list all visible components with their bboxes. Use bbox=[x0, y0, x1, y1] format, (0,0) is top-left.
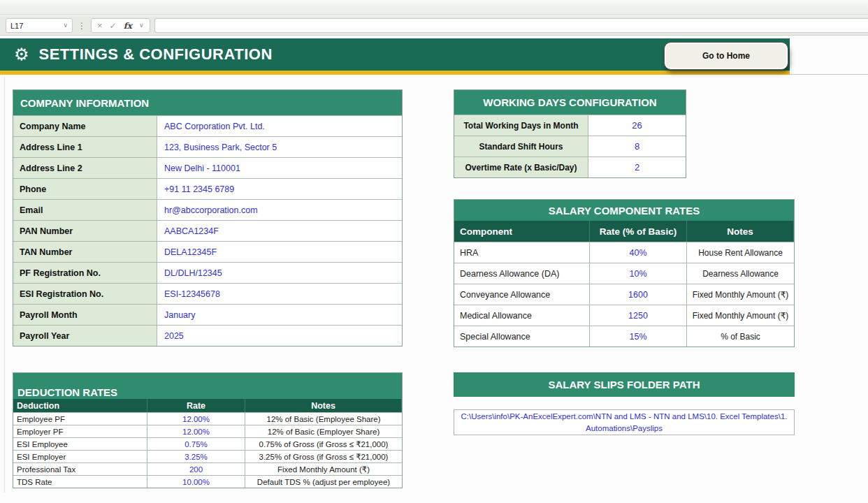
gridline bbox=[4, 77, 5, 493]
row-label: PAN Number bbox=[13, 221, 157, 241]
row-value-cell[interactable]: 2025 bbox=[157, 326, 402, 346]
rate-cell[interactable]: 40% bbox=[590, 242, 687, 263]
table-body: HRA 40% House Rent Allowance Dearness Al… bbox=[454, 242, 794, 347]
notes-cell: Fixed Monthly Amount (₹) bbox=[687, 305, 794, 326]
rate-cell[interactable]: 10.00% bbox=[147, 476, 245, 488]
table-row: Dearness Allowance (DA) 10% Dearness All… bbox=[454, 263, 794, 284]
row-value-cell[interactable]: 2 bbox=[588, 157, 686, 177]
table-row: Address Line 2 New Delhi - 110001 bbox=[13, 157, 402, 178]
notes-cell: 3.25% of Gross (if Gross ≤ ₹21,000) bbox=[245, 451, 402, 462]
column-header: Notes bbox=[687, 221, 794, 242]
page-title: SETTINGS & CONFIGURATION bbox=[39, 45, 273, 64]
row-value-cell[interactable]: January bbox=[157, 305, 402, 325]
row-label: Overtime Rate (x Basic/Day) bbox=[454, 157, 588, 177]
rate-cell[interactable]: 15% bbox=[590, 326, 687, 347]
row-value-cell[interactable]: DL/DLH/12345 bbox=[157, 263, 402, 283]
deduction-rates-table: DEDUCTION RATES Deduction Rate Notes Emp… bbox=[13, 372, 403, 488]
column-header: Rate (% of Basic) bbox=[590, 221, 687, 242]
row-value-cell[interactable]: New Delhi - 110001 bbox=[157, 158, 402, 178]
row-label: Payroll Year bbox=[13, 326, 157, 346]
table-row: Company Name ABC Corporation Pvt. Ltd. bbox=[13, 115, 402, 136]
notes-cell: House Rent Allowance bbox=[687, 242, 794, 263]
formula-input[interactable] bbox=[154, 18, 868, 33]
table-row: TDS Rate 10.00% Default TDS % (adjust pe… bbox=[13, 475, 402, 488]
table-body: Company Name ABC Corporation Pvt. Ltd. A… bbox=[13, 115, 402, 346]
table-row: Total Working Days in Month 26 bbox=[454, 115, 686, 136]
rate-cell[interactable]: 1250 bbox=[590, 305, 687, 326]
formula-buttons: × ✓ fx ∨ bbox=[91, 18, 150, 33]
cell-reference: L17 bbox=[10, 22, 63, 30]
gridline bbox=[790, 74, 868, 75]
table-row: Email hr@abccorporation.com bbox=[13, 199, 402, 220]
column-header-row: Component Rate (% of Basic) Notes bbox=[454, 221, 794, 242]
deduction-cell: ESI Employer bbox=[13, 451, 147, 462]
salary-slips-header: SALARY SLIPS FOLDER PATH bbox=[454, 372, 795, 397]
row-label: Address Line 2 bbox=[13, 158, 157, 178]
table-row: Conveyance Allowance 1600 Fixed Monthly … bbox=[454, 284, 794, 305]
formula-bar: L17 ∨ ⋮ × ✓ fx ∨ bbox=[0, 16, 868, 36]
deduction-cell: Employer PF bbox=[13, 425, 147, 437]
row-value-cell[interactable]: 123, Business Park, Sector 5 bbox=[157, 137, 402, 157]
salary-component-rates-table: SALARY COMPONENT RATES Component Rate (%… bbox=[454, 199, 795, 347]
table-row: Overtime Rate (x Basic/Day) 2 bbox=[454, 156, 686, 177]
table-row: Payroll Year 2025 bbox=[13, 325, 402, 346]
row-label: PF Registration No. bbox=[13, 263, 157, 283]
component-cell: Conveyance Allowance bbox=[454, 284, 590, 305]
rate-cell[interactable]: 0.75% bbox=[147, 438, 245, 450]
deduction-cell: Professional Tax bbox=[13, 463, 147, 475]
table-row: Standard Shift Hours 8 bbox=[454, 136, 686, 156]
rate-cell[interactable]: 1600 bbox=[590, 284, 687, 305]
table-row: HRA 40% House Rent Allowance bbox=[454, 242, 794, 263]
row-value-cell[interactable]: ABC Corporation Pvt. Ltd. bbox=[157, 116, 402, 136]
row-value-cell[interactable]: 26 bbox=[588, 115, 686, 136]
more-dots-icon: ⋮ bbox=[78, 21, 86, 31]
row-value-cell[interactable]: 8 bbox=[588, 136, 686, 156]
spreadsheet-app: L17 ∨ ⋮ × ✓ fx ∨ ⚙ SETTINGS & CONFIGURAT… bbox=[0, 0, 868, 503]
row-value-cell[interactable]: +91 11 2345 6789 bbox=[157, 179, 402, 199]
row-label: ESI Registration No. bbox=[13, 284, 157, 304]
row-value-cell[interactable]: AABCA1234F bbox=[157, 221, 402, 241]
table-row: Special Allowance 15% % of Basic bbox=[454, 326, 794, 347]
chevron-down-icon[interactable]: ∨ bbox=[63, 22, 68, 29]
notes-cell: Default TDS % (adjust per employee) bbox=[245, 476, 402, 488]
component-cell: Dearness Allowance (DA) bbox=[454, 263, 590, 284]
gold-accent-bar bbox=[0, 71, 790, 75]
rate-cell[interactable]: 12.00% bbox=[147, 413, 245, 425]
table-row: Medical Allowance 1250 Fixed Monthly Amo… bbox=[454, 305, 794, 326]
page-header: ⚙ SETTINGS & CONFIGURATION Go to Home bbox=[0, 38, 790, 75]
table-body: Total Working Days in Month 26 Standard … bbox=[454, 115, 686, 177]
component-cell: HRA bbox=[454, 242, 590, 263]
rate-cell[interactable]: 3.25% bbox=[147, 451, 245, 462]
go-to-home-button[interactable]: Go to Home bbox=[664, 42, 788, 70]
chevron-down-icon[interactable]: ∨ bbox=[139, 22, 144, 29]
row-value-cell[interactable]: hr@abccorporation.com bbox=[157, 200, 402, 220]
insert-function-icon[interactable]: fx bbox=[124, 21, 132, 31]
row-label: Standard Shift Hours bbox=[454, 136, 588, 156]
table-title: SALARY COMPONENT RATES bbox=[454, 200, 794, 221]
name-box[interactable]: L17 ∨ bbox=[6, 18, 73, 33]
column-header-row: Deduction Rate Notes bbox=[13, 399, 402, 412]
column-header: Rate bbox=[147, 399, 245, 412]
notes-cell: % of Basic bbox=[687, 326, 794, 347]
salary-slips-path-cell[interactable]: C:\Users\info\PK-AnExcelExpert.com\NTN a… bbox=[454, 409, 795, 435]
rate-cell[interactable]: 12.00% bbox=[147, 425, 245, 437]
cancel-icon[interactable]: × bbox=[97, 20, 103, 31]
row-value-cell[interactable]: ESI-12345678 bbox=[157, 284, 402, 304]
row-value-cell[interactable]: DELA12345F bbox=[157, 242, 402, 262]
notes-cell: Fixed Monthly Amount (₹) bbox=[687, 284, 794, 305]
table-row: Address Line 1 123, Business Park, Secto… bbox=[13, 136, 402, 157]
table-row: TAN Number DELA12345F bbox=[13, 241, 402, 262]
row-label: Total Working Days in Month bbox=[454, 115, 588, 136]
table-title: DEDUCTION RATES bbox=[13, 373, 402, 399]
ribbon-bottom-strip bbox=[0, 0, 868, 15]
enter-icon[interactable]: ✓ bbox=[110, 21, 117, 31]
column-header: Notes bbox=[245, 399, 402, 412]
company-information-table: COMPANY INFORMATION Company Name ABC Cor… bbox=[13, 89, 403, 347]
rate-cell[interactable]: 10% bbox=[590, 263, 687, 284]
rate-cell[interactable]: 200 bbox=[147, 463, 245, 475]
table-row: Professional Tax 200 Fixed Monthly Amoun… bbox=[13, 462, 402, 475]
table-row: Employee PF 12.00% 12% of Basic (Employe… bbox=[13, 412, 402, 425]
row-label: Payroll Month bbox=[13, 305, 157, 325]
table-row: ESI Employee 0.75% 0.75% of Gross (if Gr… bbox=[13, 437, 402, 450]
component-cell: Special Allowance bbox=[454, 326, 590, 347]
